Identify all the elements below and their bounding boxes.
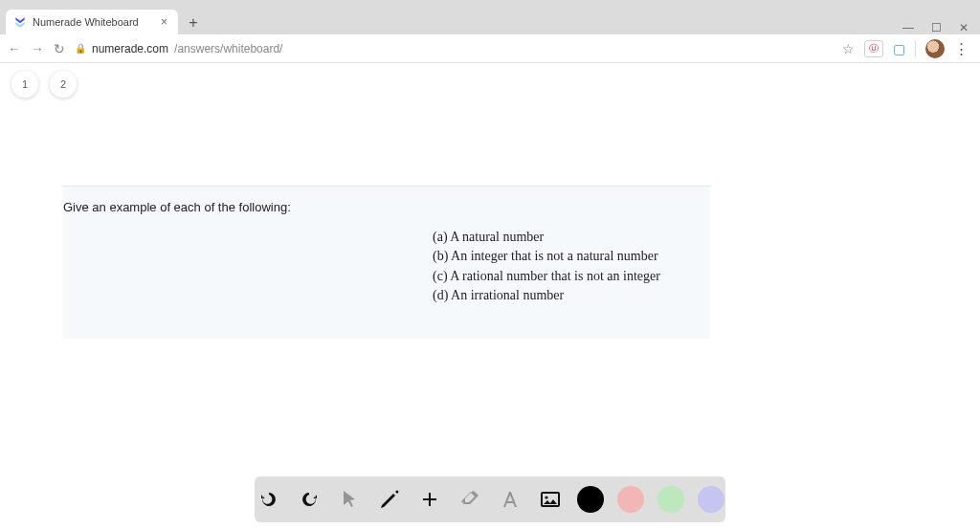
slide-list: (a) A natural number (b) An integer that… bbox=[433, 228, 695, 305]
svg-point-1 bbox=[545, 496, 547, 498]
page-number-chips: 1 2 bbox=[11, 71, 77, 98]
url-field[interactable]: 🔒 numerade.com/answers/whiteboard/ bbox=[75, 42, 833, 55]
reload-button[interactable]: ↻ bbox=[54, 41, 65, 56]
undo-button[interactable] bbox=[256, 486, 282, 513]
forward-button[interactable]: → bbox=[31, 41, 44, 56]
window-minimize-icon[interactable]: — bbox=[902, 21, 914, 34]
bookmark-star-icon[interactable]: ☆ bbox=[842, 41, 855, 56]
slide-item-c: (c) A rational number that is not an int… bbox=[433, 267, 695, 286]
profile-avatar[interactable] bbox=[925, 39, 945, 58]
window-maximize-icon[interactable]: ☐ bbox=[931, 21, 942, 34]
address-bar: ← → ↻ 🔒 numerade.com/answers/whiteboard/… bbox=[0, 34, 980, 63]
new-tab-button[interactable]: + bbox=[182, 11, 205, 34]
slide-prompt: Give an example of each of the following… bbox=[63, 200, 695, 214]
pointer-tool-icon[interactable] bbox=[336, 486, 363, 513]
window-titlebar bbox=[0, 0, 980, 8]
add-tool-icon[interactable] bbox=[416, 486, 443, 513]
tab-close-icon[interactable]: × bbox=[158, 15, 170, 29]
numerade-favicon bbox=[13, 15, 27, 29]
url-path: /answers/whiteboard/ bbox=[174, 42, 282, 55]
color-swatch-purple[interactable] bbox=[698, 486, 724, 513]
browser-tab[interactable]: Numerade Whiteboard × bbox=[6, 10, 178, 34]
window-controls: — ☐ ✕ bbox=[902, 21, 980, 34]
chrome-menu-icon[interactable]: ⋮ bbox=[954, 40, 969, 57]
extension-badge-1[interactable]: ⓤ bbox=[864, 40, 883, 57]
tab-strip: Numerade Whiteboard × + — ☐ ✕ bbox=[0, 8, 980, 34]
addrbar-right: ☆ ⓤ ▢ ⋮ bbox=[842, 39, 972, 58]
pen-tool-icon[interactable] bbox=[376, 486, 403, 513]
back-button[interactable]: ← bbox=[8, 41, 21, 56]
color-swatch-green[interactable] bbox=[657, 486, 684, 513]
tab-title: Numerade Whiteboard bbox=[33, 16, 158, 28]
redo-button[interactable] bbox=[296, 486, 323, 513]
slide-item-d: (d) An irrational number bbox=[433, 286, 695, 305]
drawing-toolbar bbox=[255, 476, 725, 522]
text-tool-icon[interactable] bbox=[497, 486, 523, 513]
slide-item-b: (b) An integer that is not a natural num… bbox=[433, 247, 695, 266]
extension-badge-2[interactable]: ▢ bbox=[893, 41, 905, 56]
page-chip-2[interactable]: 2 bbox=[50, 71, 77, 98]
window-close-icon[interactable]: ✕ bbox=[959, 21, 969, 34]
image-tool-icon[interactable] bbox=[537, 486, 564, 513]
slide-item-a: (a) A natural number bbox=[433, 228, 695, 247]
url-host: numerade.com bbox=[92, 42, 168, 55]
eraser-tool-icon[interactable] bbox=[457, 486, 483, 513]
lock-icon: 🔒 bbox=[75, 43, 86, 54]
color-swatch-black[interactable] bbox=[577, 486, 604, 513]
page-chip-1[interactable]: 1 bbox=[11, 71, 38, 98]
toolbar-divider bbox=[915, 40, 916, 57]
color-swatch-pink[interactable] bbox=[617, 486, 644, 513]
page-content: 1 2 Give an example of each of the follo… bbox=[0, 63, 980, 530]
whiteboard-slide: Give an example of each of the following… bbox=[63, 186, 710, 339]
